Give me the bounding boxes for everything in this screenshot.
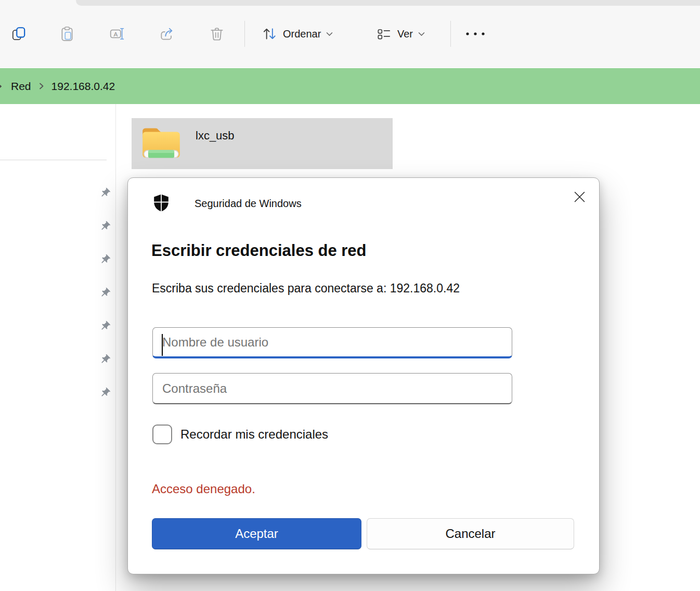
paste-button[interactable] [53,20,82,48]
ok-button[interactable]: Aceptar [152,518,361,549]
breadcrumb-item-red[interactable]: Red [9,77,33,96]
copy-button[interactable] [4,20,33,48]
delete-icon [209,25,225,42]
remember-credentials-checkbox[interactable] [152,425,172,444]
chevron-down-icon [326,32,333,36]
share-button[interactable] [152,20,182,48]
toolbar-divider [244,21,245,47]
dialog-app-title: Seguridad de Windows [195,198,302,210]
svg-text:A: A [114,31,118,37]
pin-icon[interactable] [97,351,113,367]
chevron-down-icon [418,32,425,36]
delete-button[interactable] [202,20,231,48]
toolbar-divider [450,21,451,47]
paste-icon [59,25,75,42]
security-shield-icon [152,194,170,213]
windows-security-dialog: Seguridad de Windows Escribir credencial… [127,177,600,574]
view-label: Ver [397,28,413,40]
breadcrumb: Red 192.168.0.42 [0,68,700,104]
breadcrumb-item-host[interactable]: 192.168.0.42 [49,77,118,96]
copy-icon [10,25,27,42]
pin-icon[interactable] [97,384,113,401]
sidebar-pin-column [99,187,111,399]
password-input[interactable] [152,373,512,404]
dialog-title: Escribir credenciales de red [151,241,367,260]
chevron-right-icon [38,82,44,90]
view-dropdown[interactable]: Ver [370,20,430,48]
sidebar-section-divider [0,160,107,160]
close-button[interactable] [565,183,594,210]
more-options-button[interactable] [461,20,490,48]
pin-icon[interactable] [97,185,113,201]
rename-icon: A [109,25,125,42]
close-icon [574,191,586,203]
chevron-right-icon [0,82,3,91]
explorer-toolbar: A Ordena [0,0,700,68]
view-icon [375,25,392,42]
tab-strip-remainder [76,0,700,6]
error-message: Acceso denegado. [152,482,255,496]
file-name: lxc_usb [196,129,235,143]
remember-credentials-label[interactable]: Recordar mis credenciales [180,427,328,442]
shared-folder-icon [139,121,184,166]
sort-label: Ordenar [283,28,321,40]
pin-icon[interactable] [97,251,113,267]
navigation-pane-divider [115,104,116,591]
dialog-subtitle: Escriba sus credenciales para conectarse… [152,281,460,295]
sort-icon [261,25,278,42]
share-icon [159,25,175,42]
rename-button[interactable]: A [102,20,132,48]
sort-dropdown[interactable]: Ordenar [256,20,338,48]
ellipsis-icon [464,31,487,36]
pin-icon[interactable] [97,318,113,334]
file-row-lxc-usb[interactable]: lxc_usb [132,118,393,169]
pin-icon[interactable] [97,218,113,234]
username-input[interactable] [152,327,512,358]
pin-icon[interactable] [97,285,113,301]
text-caret [162,334,163,356]
cancel-button[interactable]: Cancelar [367,518,574,549]
